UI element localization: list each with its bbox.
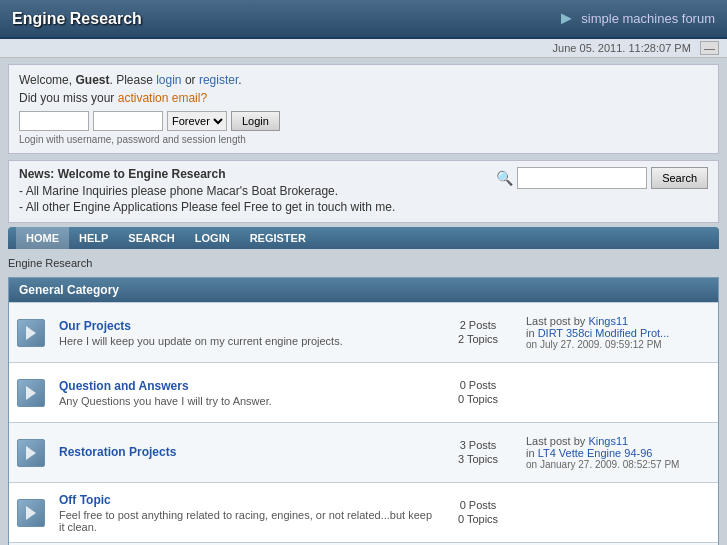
news-panel: News: Welcome to Engine Research - All M…	[8, 160, 719, 223]
forum-row: Our Projects Here I will keep you update…	[9, 302, 718, 362]
search-area: 🔍 Search	[496, 167, 708, 189]
lastpost-topic[interactable]: LT4 Vette Engine 94-96	[538, 447, 653, 459]
forum-container: General Category Our Projects Here I wil…	[8, 277, 719, 545]
news-title: News: Welcome to Engine Research	[19, 167, 486, 181]
forum-info: Our Projects Here I will keep you update…	[53, 311, 438, 355]
session-select[interactable]: Forever	[167, 111, 227, 131]
arrow-icon: ►	[558, 8, 576, 29]
forum-icon	[17, 499, 45, 527]
login-hint: Login with username, password and sessio…	[19, 134, 708, 145]
forum-row: Restoration Projects 3 Posts 3 Topics La…	[9, 422, 718, 482]
brand-label: simple machines forum	[581, 11, 715, 26]
activation-row: Did you miss your activation email?	[19, 91, 708, 105]
lastpost-date: on January 27. 2009. 08:52:57 PM	[526, 459, 710, 470]
forum-desc: Any Questions you have I will try to Ans…	[59, 395, 432, 407]
topic-count: 0 Topics	[442, 393, 514, 405]
guest-label: Guest	[75, 73, 109, 87]
datetime-label: June 05. 2011. 11:28:07 PM	[553, 42, 691, 54]
forum-info: Restoration Projects	[53, 437, 438, 469]
forum-stats: 0 Posts 0 Topics	[438, 371, 518, 415]
topbar: June 05. 2011. 11:28:07 PM —	[0, 39, 727, 58]
nav-register[interactable]: REGISTER	[240, 227, 316, 249]
brand-area: ► simple machines forum	[558, 8, 715, 29]
search-icon: 🔍	[496, 170, 513, 186]
username-input[interactable]	[19, 111, 89, 131]
topic-count: 3 Topics	[442, 453, 514, 465]
forum-lastpost	[518, 499, 718, 527]
welcome-row: Welcome, Guest. Please login or register…	[19, 73, 708, 87]
password-input[interactable]	[93, 111, 163, 131]
activation-link[interactable]: activation email?	[118, 91, 207, 105]
register-link[interactable]: register	[199, 73, 238, 87]
minimize-icon[interactable]: —	[700, 41, 719, 55]
category-header: General Category	[9, 278, 718, 302]
post-count: 2 Posts	[442, 319, 514, 331]
forum-icon	[17, 319, 45, 347]
forum-icon-area	[9, 431, 53, 475]
post-count: 0 Posts	[442, 499, 514, 511]
forum-info: Off Topic Feel free to post anything rel…	[53, 485, 438, 541]
lastpost-user[interactable]: Kings11	[588, 435, 628, 447]
forum-stats: 3 Posts 3 Topics	[438, 431, 518, 475]
forum-desc: Here I will keep you update on my curren…	[59, 335, 432, 347]
forum-icon	[17, 379, 45, 407]
login-button[interactable]: Login	[231, 111, 280, 131]
forum-name[interactable]: Question and Answers	[59, 379, 189, 393]
forum-name[interactable]: Our Projects	[59, 319, 131, 333]
nav-search[interactable]: SEARCH	[118, 227, 184, 249]
forum-lastpost	[518, 379, 718, 407]
nav-login[interactable]: LOGIN	[185, 227, 240, 249]
news-item-2: - All other Engine Applications Please f…	[19, 200, 486, 214]
lastpost-date: on July 27. 2009. 09:59:12 PM	[526, 339, 710, 350]
forum-name[interactable]: Off Topic	[59, 493, 111, 507]
welcome-text: Welcome,	[19, 73, 75, 87]
nav-help[interactable]: HELP	[69, 227, 118, 249]
lastpost-topic[interactable]: DIRT 358ci Modified Prot...	[538, 327, 670, 339]
news-text: News: Welcome to Engine Research - All M…	[19, 167, 486, 216]
forum-row: Off Topic Feel free to post anything rel…	[9, 482, 718, 542]
topic-count: 0 Topics	[442, 513, 514, 525]
please-text: . Please	[109, 73, 156, 87]
forum-stats: 0 Posts 0 Topics	[438, 491, 518, 535]
forum-stats: 2 Posts 2 Topics	[438, 311, 518, 355]
topic-count: 2 Topics	[442, 333, 514, 345]
login-panel: Welcome, Guest. Please login or register…	[8, 64, 719, 154]
news-item-1: - All Marine Inquiries please phone Maca…	[19, 184, 486, 198]
search-input[interactable]	[517, 167, 647, 189]
forum-row: Question and Answers Any Questions you h…	[9, 362, 718, 422]
breadcrumb: Engine Research	[0, 253, 727, 273]
site-title: Engine Research	[12, 10, 142, 28]
site-header: Engine Research ► simple machines forum	[0, 0, 727, 39]
activation-text: Did you miss your	[19, 91, 118, 105]
search-button[interactable]: Search	[651, 167, 708, 189]
forum-icon	[17, 439, 45, 467]
forum-icon-area	[9, 491, 53, 535]
forum-lastpost: Last post by Kings11 in DIRT 358ci Modif…	[518, 307, 718, 358]
lastpost-user[interactable]: Kings11	[588, 315, 628, 327]
nav-home[interactable]: HOME	[16, 227, 69, 249]
forum-name[interactable]: Restoration Projects	[59, 445, 176, 459]
nav-bar: HOME HELP SEARCH LOGIN REGISTER	[8, 227, 719, 249]
forum-lastpost: Last post by Kings11 in LT4 Vette Engine…	[518, 427, 718, 478]
post-count: 3 Posts	[442, 439, 514, 451]
post-count: 0 Posts	[442, 379, 514, 391]
forum-icon-area	[9, 311, 53, 355]
forum-icon-area	[9, 371, 53, 415]
login-link[interactable]: login	[156, 73, 181, 87]
forum-desc: Feel free to post anything related to ra…	[59, 509, 432, 533]
forum-info: Question and Answers Any Questions you h…	[53, 371, 438, 415]
login-input-row: Forever Login	[19, 111, 708, 131]
